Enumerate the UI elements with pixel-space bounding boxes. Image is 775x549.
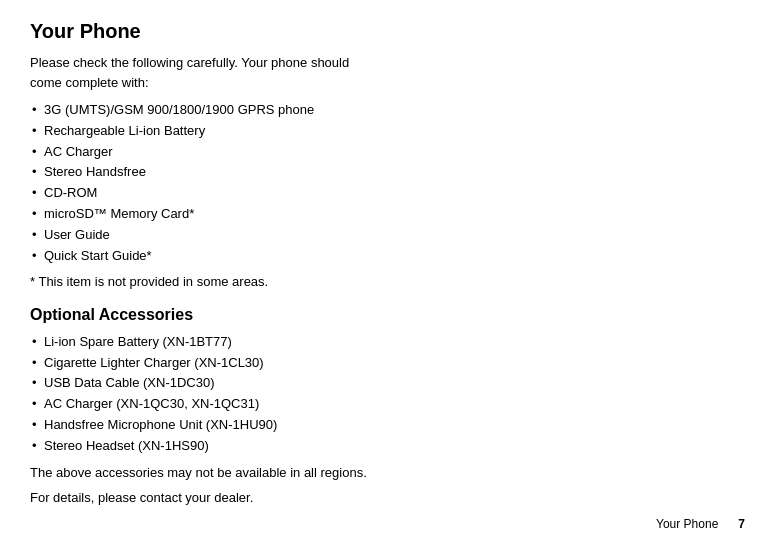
footer-notes: The above accessories may not be availab… [30,463,370,508]
list-item: Li-ion Spare Battery (XN-1BT77) [30,332,370,353]
page-title: Your Phone [30,20,370,43]
footer-note-text: For details, please contact your dealer. [30,488,370,508]
list-item: Stereo Headset (XN-1HS90) [30,436,370,457]
optional-section-title: Optional Accessories [30,306,370,324]
footnote-text: * This item is not provided in some area… [30,272,370,292]
list-item: CD-ROM [30,183,370,204]
list-item: Cigarette Lighter Charger (XN-1CL30) [30,353,370,374]
list-item: Rechargeable Li-ion Battery [30,121,370,142]
footer-note-text: The above accessories may not be availab… [30,463,370,483]
list-item: AC Charger (XN-1QC30, XN-1QC31) [30,394,370,415]
list-item: User Guide [30,225,370,246]
page-content: Your Phone Please check the following ca… [0,0,400,528]
list-item: 3G (UMTS)/GSM 900/1800/1900 GPRS phone [30,100,370,121]
optional-items-list: Li-ion Spare Battery (XN-1BT77)Cigarette… [30,332,370,457]
list-item: USB Data Cable (XN-1DC30) [30,373,370,394]
footer-label: Your Phone [656,517,718,531]
list-item: microSD™ Memory Card* [30,204,370,225]
list-item: Stereo Handsfree [30,162,370,183]
intro-text: Please check the following carefully. Yo… [30,53,370,92]
list-item: AC Charger [30,142,370,163]
list-item: Handsfree Microphone Unit (XN-1HU90) [30,415,370,436]
list-item: Quick Start Guide* [30,246,370,267]
page-footer: Your Phone 7 [656,517,745,531]
footer-page-number: 7 [738,517,745,531]
included-items-list: 3G (UMTS)/GSM 900/1800/1900 GPRS phoneRe… [30,100,370,266]
